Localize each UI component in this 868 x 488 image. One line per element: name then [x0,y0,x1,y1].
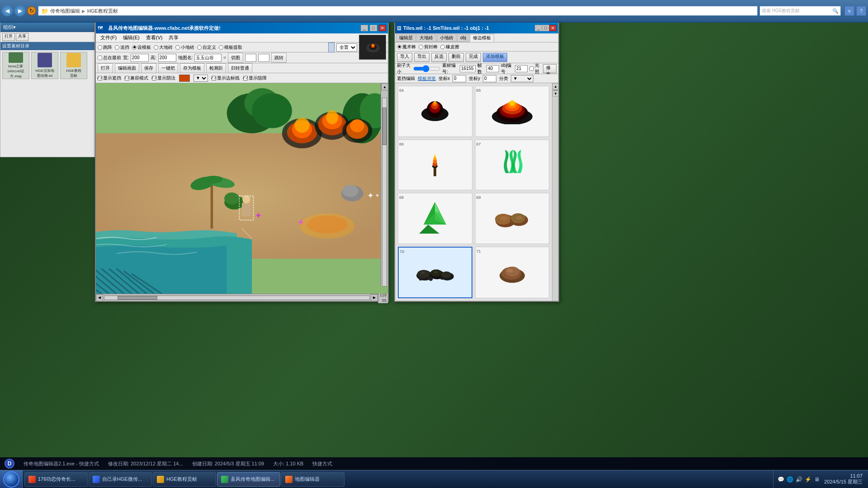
radio-option-big-tile[interactable]: 大地砖 [154,44,173,51]
radio-magic-wand[interactable]: 魔术棒 [397,44,416,50]
search-bar[interactable]: 搜索 HGE教程贡献 🔍 [760,6,841,16]
cb-edges[interactable]: ✓ 显示边标线 [212,75,240,81]
tab-obj[interactable]: obj [457,34,469,42]
frame-input[interactable] [486,65,499,72]
tiles-vscroll-down[interactable]: ▼ [552,90,558,97]
total-front-cb[interactable] [98,56,102,60]
hscroll-thumb[interactable] [118,296,157,300]
cb-show-shadow[interactable]: ✓ 显示遮挡 [98,75,121,81]
address-bar[interactable]: 📁 传奇地图编辑 ▶ HGE教程贡献 [38,6,758,16]
tile-69[interactable]: 69 [475,193,550,244]
edit-btn[interactable]: 编辑画面 [115,63,139,73]
save-template-btn[interactable]: 存为模板 [180,63,204,73]
settings-btn[interactable]: ? [856,6,866,16]
reset-btn[interactable]: 归转普通 [228,63,252,73]
tiles-vscroll-thumb[interactable] [553,90,557,91]
taskbar-item-4[interactable]: 地图编辑器 [281,472,344,487]
open-btn[interactable]: 打开 [2,33,15,41]
maximize-btn[interactable]: □ [370,25,377,31]
y-coord-input[interactable] [483,75,496,82]
map-name-input[interactable] [194,54,222,62]
cut-btn[interactable]: 切图 [228,53,243,63]
tiles-vscrollbar[interactable]: ▲ ▼ [552,83,558,301]
radio-option-template-extract[interactable]: 模板提取 [219,44,242,51]
brush-size-slider[interactable] [413,66,440,72]
tile-65[interactable]: 65 [475,86,550,137]
material-input[interactable] [460,65,476,72]
tab-small-tile[interactable]: 小地砖 [437,34,457,42]
radio-scissor[interactable]: 剪封棒 [419,44,438,50]
radio-eraser[interactable]: 橡皮擦 [440,44,459,50]
tray-network-icon[interactable]: 🌐 [786,476,793,483]
vscroll-up-btn[interactable]: ▲ [381,83,388,90]
width-input[interactable] [131,54,149,62]
close-btn[interactable]: ✕ [379,25,386,31]
start-button[interactable] [0,470,23,488]
tile-64[interactable]: 64 [398,86,472,137]
tiles-close-btn[interactable]: ✕ [549,25,557,31]
tiles-vscroll-up[interactable]: ▲ [552,83,558,89]
menu-edit[interactable]: 编辑(E) [120,33,142,42]
color-input-1[interactable] [245,54,256,62]
radio-option-chase[interactable]: 追挡 [115,44,129,51]
tab-template[interactable]: 修边模板 [470,34,494,42]
cb-compat[interactable]: ✓ 兼容模式 [125,75,148,81]
tray-volume-icon[interactable]: 🔊 [795,476,802,483]
import-btn[interactable]: 导入 [397,53,412,62]
color-input-2[interactable] [258,54,269,62]
tab-big-tile[interactable]: 大地砖 [416,34,436,42]
tile-66[interactable]: 66 [398,140,472,191]
map-canvas-svg[interactable]: ✦ ✦ ✦ ✦ ✦ [96,83,388,294]
file-item-hge-folder[interactable]: HGE教程贡献 [60,52,87,79]
color-picker[interactable] [179,75,190,82]
view-toggle-btn[interactable]: ≡ [844,6,854,16]
forward-button[interactable]: ▶ [14,5,25,16]
x-coord-input[interactable] [453,75,466,82]
invert-btn[interactable]: 反选 [431,53,447,62]
tile-70[interactable]: 70 [398,247,472,299]
save-key-btn[interactable]: 一键把 [158,63,178,73]
menu-file[interactable]: 文件(F) [98,33,119,42]
category-dropdown[interactable]: ▼ [511,75,533,82]
tile-edit-btn[interactable]: 修改 [543,64,557,73]
tab-edit-layer[interactable]: 编辑层 [396,34,416,42]
tray-chat-icon[interactable]: 💬 [777,476,784,483]
add-template-btn[interactable]: 添加模板 [483,53,507,62]
cb-obstacles[interactable]: ✓ 显示阻障 [243,75,267,81]
light-cb[interactable]: 光照 [529,62,541,75]
radio-option-custom[interactable]: 自定义 [197,44,216,51]
minimize-btn[interactable]: _ [361,25,368,31]
back-button[interactable]: ◀ [2,5,13,16]
taskbar-item-1[interactable]: 自己录HGE微传... [89,472,152,487]
share-btn[interactable]: 共享 [16,33,28,41]
tiles-minimize-btn[interactable]: _ [535,25,542,31]
map-canvas-container[interactable]: ✦ ✦ ✦ ✦ ✦ [96,83,388,294]
mode-dropdown[interactable]: 全置 [336,43,357,52]
taskbar-item-0[interactable]: 176功恋传奇长... [24,472,88,487]
vscroll-thumb[interactable] [382,108,387,145]
menu-view[interactable]: 查看(V) [143,33,165,42]
tile-67[interactable]: 67 [475,140,550,191]
tray-monitor-icon[interactable]: 🖥 [813,476,821,483]
export-btn[interactable]: 导出 [414,53,429,62]
file-item-hge[interactable]: HGE活加地图动画.txt [31,52,58,79]
obj-num-input[interactable] [515,65,528,72]
open-map-btn[interactable]: 打开 [98,63,113,73]
file-item-boss[interactable]: boss之家140x140证方.map [2,52,29,79]
refresh-button[interactable]: ↻ [27,6,36,15]
tile-71[interactable]: 71 [475,247,550,299]
light-checkbox[interactable] [529,66,534,71]
total-front-label[interactable]: 总在最前 [98,55,121,61]
height-input[interactable] [158,54,176,62]
save-btn[interactable]: 保存 [141,63,156,73]
radio-option-jump[interactable]: 跑阵 [98,44,112,51]
jump-btn[interactable]: 跳转 [271,53,287,63]
menu-share[interactable]: 共享 [166,33,181,42]
delete-btn[interactable]: 删前 [448,53,464,62]
complete-btn[interactable]: 完成 [466,53,481,62]
mode-btn[interactable] [328,42,335,52]
tray-power-icon[interactable]: ⚡ [804,476,811,483]
radio-option-template[interactable]: 设模板 [132,44,151,51]
vscrollbar[interactable]: ▲ ▼ [381,83,388,286]
tile-68[interactable]: 68 [398,193,472,244]
